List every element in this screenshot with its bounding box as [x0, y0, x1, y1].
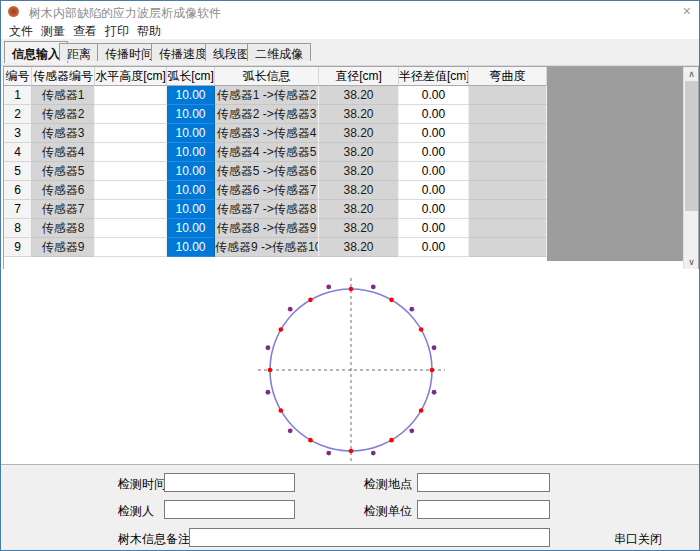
cell-diameter[interactable]: 38.20 [319, 181, 399, 200]
cell-id[interactable]: 2 [4, 105, 32, 124]
cell-diameter[interactable]: 38.20 [319, 86, 399, 105]
cell-diameter[interactable]: 38.20 [319, 124, 399, 143]
detect-place-input[interactable] [417, 473, 550, 492]
cell-id[interactable]: 4 [4, 143, 32, 162]
cell-sensor[interactable]: 传感器1 [32, 86, 95, 105]
menu-view[interactable]: 查看 [73, 23, 97, 40]
cell-radius-diff[interactable]: 0.00 [399, 86, 469, 105]
cell-arc-info[interactable]: 传感器8 ->传感器9 [215, 219, 319, 238]
sensor-dot [279, 408, 284, 413]
cell-arc[interactable]: 10.00 [167, 181, 215, 200]
scroll-up-icon[interactable]: ∧ [684, 67, 699, 82]
scrollbar-thumb[interactable] [685, 81, 698, 211]
header-diameter[interactable]: 直径[cm] [319, 67, 399, 86]
cell-sensor[interactable]: 传感器2 [32, 105, 95, 124]
cell-radius-diff[interactable]: 0.00 [399, 143, 469, 162]
cell-id[interactable]: 5 [4, 162, 32, 181]
cell-height[interactable] [95, 200, 167, 219]
menu-file[interactable]: 文件 [9, 23, 33, 40]
cell-arc[interactable]: 10.00 [167, 124, 215, 143]
cell-sensor[interactable]: 传感器9 [32, 238, 95, 257]
cell-radius-diff[interactable]: 0.00 [399, 162, 469, 181]
cell-arc-info[interactable]: 传感器4 ->传感器5 [215, 143, 319, 162]
cell-arc-info[interactable]: 传感器1 ->传感器2 [215, 86, 319, 105]
detect-time-input[interactable] [164, 473, 295, 492]
cell-height[interactable] [95, 124, 167, 143]
cell-height[interactable] [95, 143, 167, 162]
cell-radius-diff[interactable]: 0.00 [399, 219, 469, 238]
tab-2d-imaging[interactable]: 二维成像 [247, 43, 311, 61]
cell-curvature[interactable] [469, 200, 547, 219]
cell-radius-diff[interactable]: 0.00 [399, 105, 469, 124]
cell-id[interactable]: 7 [4, 200, 32, 219]
cell-diameter[interactable]: 38.20 [319, 143, 399, 162]
cell-sensor[interactable]: 传感器6 [32, 181, 95, 200]
cell-arc[interactable]: 10.00 [167, 200, 215, 219]
cell-height[interactable] [95, 162, 167, 181]
cell-diameter[interactable]: 38.20 [319, 162, 399, 181]
scroll-down-icon[interactable]: ∨ [684, 255, 699, 270]
cell-id[interactable]: 6 [4, 181, 32, 200]
cell-diameter[interactable]: 38.20 [319, 238, 399, 257]
cell-curvature[interactable] [469, 143, 547, 162]
outer-marker-dot-center [267, 391, 269, 393]
cell-arc[interactable]: 10.00 [167, 105, 215, 124]
cell-curvature[interactable] [469, 124, 547, 143]
cell-height[interactable] [95, 181, 167, 200]
close-icon[interactable]: × [683, 3, 691, 19]
outer-marker-dot-center [411, 308, 413, 310]
cell-arc[interactable]: 10.00 [167, 86, 215, 105]
cell-curvature[interactable] [469, 238, 547, 257]
cell-arc-info[interactable]: 传感器7 ->传感器8 [215, 200, 319, 219]
cell-curvature[interactable] [469, 219, 547, 238]
cell-curvature[interactable] [469, 86, 547, 105]
cell-height[interactable] [95, 86, 167, 105]
cell-sensor[interactable]: 传感器5 [32, 162, 95, 181]
cell-arc[interactable]: 10.00 [167, 238, 215, 257]
cell-height[interactable] [95, 219, 167, 238]
detect-person-input[interactable] [164, 500, 295, 519]
detect-unit-input[interactable] [417, 500, 550, 519]
cell-sensor[interactable]: 传感器4 [32, 143, 95, 162]
cell-id[interactable]: 3 [4, 124, 32, 143]
cell-id[interactable]: 8 [4, 219, 32, 238]
cell-sensor[interactable]: 传感器7 [32, 200, 95, 219]
cell-id[interactable]: 9 [4, 238, 32, 257]
header-curvature[interactable]: 弯曲度 [469, 67, 547, 86]
cell-diameter[interactable]: 38.20 [319, 200, 399, 219]
tree-note-input[interactable] [189, 528, 550, 547]
header-id[interactable]: 编号 [4, 67, 32, 86]
cell-diameter[interactable]: 38.20 [319, 219, 399, 238]
header-radius-diff[interactable]: 半径差值[cm] [399, 67, 469, 86]
menu-help[interactable]: 帮助 [137, 23, 161, 40]
cell-radius-diff[interactable]: 0.00 [399, 200, 469, 219]
cell-height[interactable] [95, 238, 167, 257]
cell-curvature[interactable] [469, 162, 547, 181]
cell-id[interactable]: 1 [4, 86, 32, 105]
header-arc[interactable]: 弧长[cm] [167, 67, 215, 86]
cell-arc[interactable]: 10.00 [167, 219, 215, 238]
cell-curvature[interactable] [469, 105, 547, 124]
cell-diameter[interactable]: 38.20 [319, 105, 399, 124]
cell-radius-diff[interactable]: 0.00 [399, 181, 469, 200]
cell-arc-info[interactable]: 传感器5 ->传感器6 [215, 162, 319, 181]
header-height[interactable]: 水平高度[cm] [95, 67, 167, 86]
cell-arc[interactable]: 10.00 [167, 143, 215, 162]
cell-arc-info[interactable]: 传感器9 ->传感器10 [215, 238, 319, 257]
header-sensor[interactable]: 传感器编号 [32, 67, 95, 86]
menu-print[interactable]: 打印 [105, 23, 129, 40]
cell-radius-diff[interactable]: 0.00 [399, 124, 469, 143]
tab-distance[interactable]: 距离 [59, 43, 99, 61]
cell-sensor[interactable]: 传感器8 [32, 219, 95, 238]
cell-curvature[interactable] [469, 181, 547, 200]
menu-measure[interactable]: 测量 [41, 23, 65, 40]
cell-height[interactable] [95, 105, 167, 124]
header-arc-info[interactable]: 弧长信息 [215, 67, 319, 86]
cell-arc-info[interactable]: 传感器2 ->传感器3 [215, 105, 319, 124]
cell-arc-info[interactable]: 传感器3 ->传感器4 [215, 124, 319, 143]
vertical-scrollbar[interactable]: ∧ ∨ [683, 67, 698, 270]
cell-sensor[interactable]: 传感器3 [32, 124, 95, 143]
cell-radius-diff[interactable]: 0.00 [399, 238, 469, 257]
cell-arc[interactable]: 10.00 [167, 162, 215, 181]
cell-arc-info[interactable]: 传感器6 ->传感器7 [215, 181, 319, 200]
